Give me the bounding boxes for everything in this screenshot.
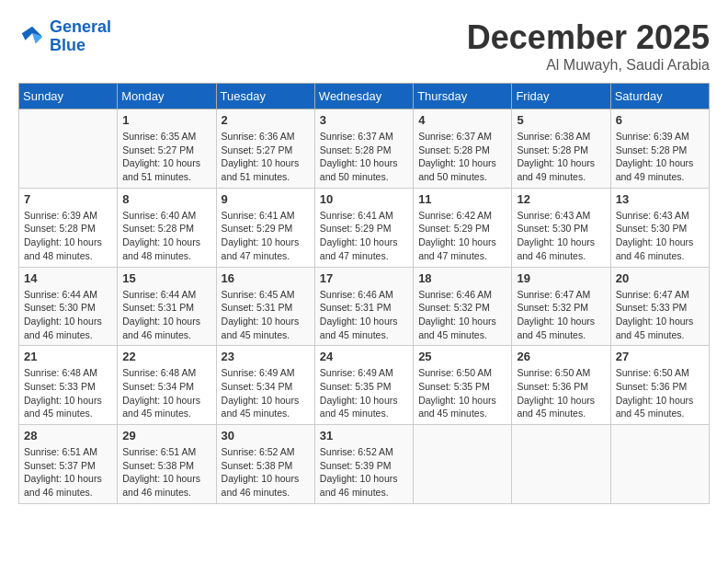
day-number: 24 [320,350,408,363]
day-info: Sunrise: 6:51 AM Sunset: 5:37 PM Dayligh… [24,445,112,500]
week-row-3: 14Sunrise: 6:44 AM Sunset: 5:30 PM Dayli… [19,267,710,346]
day-info: Sunrise: 6:52 AM Sunset: 5:39 PM Dayligh… [320,445,408,500]
day-number: 18 [418,271,506,285]
calendar-cell: 17Sunrise: 6:46 AM Sunset: 5:31 PM Dayli… [314,267,413,346]
calendar-cell: 18Sunrise: 6:46 AM Sunset: 5:32 PM Dayli… [414,267,512,346]
day-number: 17 [320,271,408,285]
logo-general: General [50,17,111,36]
day-number: 28 [24,429,112,442]
day-number: 2 [222,113,310,127]
day-info: Sunrise: 6:48 AM Sunset: 5:34 PM Dayligh… [122,366,210,420]
day-info: Sunrise: 6:39 AM Sunset: 5:28 PM Dayligh… [616,130,704,184]
day-info: Sunrise: 6:41 AM Sunset: 5:29 PM Dayligh… [222,209,310,263]
location: Al Muwayh, Saudi Arabia [467,57,710,74]
calendar-cell: 26Sunrise: 6:50 AM Sunset: 5:36 PM Dayli… [512,346,610,425]
calendar-cell: 23Sunrise: 6:49 AM Sunset: 5:34 PM Dayli… [216,346,314,425]
day-info: Sunrise: 6:43 AM Sunset: 5:30 PM Dayligh… [517,209,605,263]
day-number: 31 [320,429,408,442]
calendar-cell: 2Sunrise: 6:36 AM Sunset: 5:27 PM Daylig… [216,109,314,189]
day-number: 13 [616,192,704,206]
header-day-wednesday: Wednesday [314,84,413,109]
day-info: Sunrise: 6:47 AM Sunset: 5:33 PM Dayligh… [616,288,704,342]
day-info: Sunrise: 6:48 AM Sunset: 5:33 PM Dayligh… [24,366,112,420]
calendar-cell: 13Sunrise: 6:43 AM Sunset: 5:30 PM Dayli… [610,188,709,267]
calendar-cell: 8Sunrise: 6:40 AM Sunset: 5:28 PM Daylig… [118,188,216,267]
day-number: 23 [222,350,310,363]
day-info: Sunrise: 6:52 AM Sunset: 5:38 PM Dayligh… [222,445,310,500]
day-info: Sunrise: 6:45 AM Sunset: 5:31 PM Dayligh… [222,288,310,342]
calendar-table: SundayMondayTuesdayWednesdayThursdayFrid… [18,83,710,504]
day-info: Sunrise: 6:36 AM Sunset: 5:27 PM Dayligh… [222,130,310,184]
calendar-cell: 19Sunrise: 6:47 AM Sunset: 5:32 PM Dayli… [512,267,610,346]
page-header: General Blue December 2025 Al Muwayh, Sa… [18,18,710,74]
calendar-cell: 7Sunrise: 6:39 AM Sunset: 5:28 PM Daylig… [19,188,118,267]
calendar-cell: 14Sunrise: 6:44 AM Sunset: 5:30 PM Dayli… [19,267,118,346]
day-info: Sunrise: 6:39 AM Sunset: 5:28 PM Dayligh… [24,209,112,263]
day-number: 27 [616,350,704,363]
day-info: Sunrise: 6:37 AM Sunset: 5:28 PM Dayligh… [320,130,408,184]
day-info: Sunrise: 6:41 AM Sunset: 5:29 PM Dayligh… [320,209,408,263]
calendar-cell: 15Sunrise: 6:44 AM Sunset: 5:31 PM Dayli… [118,267,216,346]
calendar-cell: 21Sunrise: 6:48 AM Sunset: 5:33 PM Dayli… [19,346,118,425]
header-day-monday: Monday [118,84,216,109]
calendar-cell: 6Sunrise: 6:39 AM Sunset: 5:28 PM Daylig… [610,109,709,189]
day-number: 16 [222,271,310,285]
day-number: 14 [24,271,112,285]
day-number: 12 [517,192,605,206]
day-info: Sunrise: 6:44 AM Sunset: 5:31 PM Dayligh… [122,288,210,342]
header-day-tuesday: Tuesday [216,84,314,109]
calendar-cell [414,425,512,504]
day-number: 15 [122,271,210,285]
week-row-4: 21Sunrise: 6:48 AM Sunset: 5:33 PM Dayli… [19,346,710,425]
header-day-saturday: Saturday [610,84,709,109]
day-info: Sunrise: 6:46 AM Sunset: 5:31 PM Dayligh… [320,288,408,342]
week-row-5: 28Sunrise: 6:51 AM Sunset: 5:37 PM Dayli… [19,425,710,504]
calendar-body: 1Sunrise: 6:35 AM Sunset: 5:27 PM Daylig… [19,109,710,504]
day-number: 22 [122,350,210,363]
day-info: Sunrise: 6:37 AM Sunset: 5:28 PM Dayligh… [418,130,506,184]
header-day-thursday: Thursday [414,84,512,109]
day-number: 8 [122,192,210,206]
day-number: 10 [320,192,408,206]
day-info: Sunrise: 6:49 AM Sunset: 5:34 PM Dayligh… [222,366,310,420]
day-number: 5 [517,113,605,127]
calendar-cell: 10Sunrise: 6:41 AM Sunset: 5:29 PM Dayli… [314,188,413,267]
calendar-cell: 25Sunrise: 6:50 AM Sunset: 5:35 PM Dayli… [414,346,512,425]
day-number: 6 [616,113,704,127]
week-row-2: 7Sunrise: 6:39 AM Sunset: 5:28 PM Daylig… [19,188,710,267]
day-info: Sunrise: 6:43 AM Sunset: 5:30 PM Dayligh… [616,209,704,263]
calendar-cell [512,425,610,504]
day-number: 9 [222,192,310,206]
calendar-cell: 12Sunrise: 6:43 AM Sunset: 5:30 PM Dayli… [512,188,610,267]
logo: General Blue [18,18,111,55]
calendar-cell: 22Sunrise: 6:48 AM Sunset: 5:34 PM Dayli… [118,346,216,425]
calendar-cell [19,109,118,189]
calendar-cell: 1Sunrise: 6:35 AM Sunset: 5:27 PM Daylig… [118,109,216,189]
day-info: Sunrise: 6:50 AM Sunset: 5:35 PM Dayligh… [418,366,506,420]
day-number: 21 [24,350,112,363]
day-info: Sunrise: 6:40 AM Sunset: 5:28 PM Dayligh… [122,209,210,263]
calendar-cell: 9Sunrise: 6:41 AM Sunset: 5:29 PM Daylig… [216,188,314,267]
day-number: 26 [517,350,605,363]
calendar-cell: 31Sunrise: 6:52 AM Sunset: 5:39 PM Dayli… [314,425,413,504]
calendar-cell: 27Sunrise: 6:50 AM Sunset: 5:36 PM Dayli… [610,346,709,425]
calendar-cell: 29Sunrise: 6:51 AM Sunset: 5:38 PM Dayli… [118,425,216,504]
month-title: December 2025 [467,18,710,57]
logo-blue: Blue [50,36,85,54]
day-info: Sunrise: 6:44 AM Sunset: 5:30 PM Dayligh… [24,288,112,342]
calendar-cell: 4Sunrise: 6:37 AM Sunset: 5:28 PM Daylig… [414,109,512,189]
day-number: 20 [616,271,704,285]
week-row-1: 1Sunrise: 6:35 AM Sunset: 5:27 PM Daylig… [19,109,710,189]
calendar-cell [610,425,709,504]
day-number: 3 [320,113,408,127]
day-info: Sunrise: 6:50 AM Sunset: 5:36 PM Dayligh… [616,366,704,420]
day-info: Sunrise: 6:38 AM Sunset: 5:28 PM Dayligh… [517,130,605,184]
calendar-cell: 11Sunrise: 6:42 AM Sunset: 5:29 PM Dayli… [414,188,512,267]
header-row: SundayMondayTuesdayWednesdayThursdayFrid… [19,84,710,109]
day-info: Sunrise: 6:50 AM Sunset: 5:36 PM Dayligh… [517,366,605,420]
day-info: Sunrise: 6:46 AM Sunset: 5:32 PM Dayligh… [418,288,506,342]
header-day-sunday: Sunday [19,84,118,109]
day-info: Sunrise: 6:42 AM Sunset: 5:29 PM Dayligh… [418,209,506,263]
day-info: Sunrise: 6:35 AM Sunset: 5:27 PM Dayligh… [122,130,210,184]
calendar-header: SundayMondayTuesdayWednesdayThursdayFrid… [19,84,710,109]
